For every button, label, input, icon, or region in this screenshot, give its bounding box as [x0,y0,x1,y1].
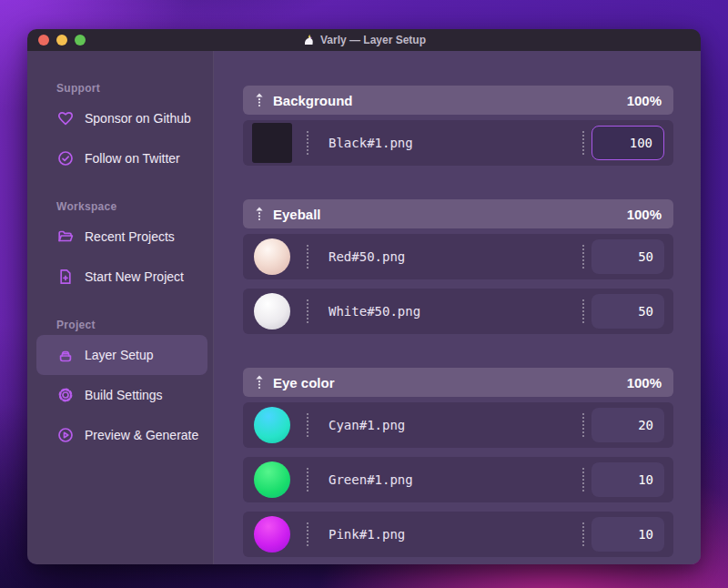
sidebar-section-workspace: Workspace [56,200,213,215]
divider [582,468,584,492]
gear-icon [56,386,75,404]
sidebar-item-label: Build Settings [85,388,163,402]
title-bar: Varly — Layer Setup [27,29,701,51]
divider [582,413,584,437]
layer-row: Black#1.png [243,120,673,166]
sidebar-item-label: Preview & Generate [85,428,198,442]
group-name: Background [273,93,353,108]
sidebar-item-recent-projects[interactable]: Recent Projects [36,217,207,257]
layer-weight-input[interactable] [592,239,664,274]
heart-icon [56,109,75,127]
layer-thumbnail-cyan [254,407,290,443]
layer-row: Cyan#1.png [243,402,673,448]
group-header: Eyeball 100% [243,199,673,228]
group-opacity: 100% [627,375,662,390]
minimize-button[interactable] [56,35,67,46]
sidebar-item-label: Recent Projects [85,229,175,244]
layer-filename: Red#50.png [329,249,582,264]
layer-thumbnail-pink [254,516,290,553]
drag-handle-icon[interactable] [255,375,264,390]
sidebar-item-preview-generate[interactable]: Preview & Generate [36,415,207,455]
layer-row: Green#1.png [243,457,673,502]
layer-weight-input[interactable] [592,294,664,329]
traffic-lights [38,35,86,46]
badge-check-icon [56,149,75,167]
sidebar-item-sponsor-on-github[interactable]: Sponsor on Github [36,98,207,138]
divider [582,245,584,269]
layers-stack-icon [56,346,75,364]
sidebar-section-support: Support [56,82,213,96]
layer-filename: Cyan#1.png [329,418,582,432]
divider [582,131,584,155]
sidebar-item-start-new-project[interactable]: Start New Project [36,257,207,297]
divider [307,131,308,155]
group-name: Eye color [273,375,335,390]
sidebar-item-follow-on-twitter[interactable]: Follow on Twitter [36,138,207,178]
layer-thumbnail-white [254,293,290,329]
divider [582,522,584,546]
zoom-button[interactable] [75,35,86,46]
sidebar-item-label: Follow on Twitter [85,151,180,166]
unicorn-icon [302,34,315,46]
folder-open-icon [56,228,75,246]
layer-filename: Pink#1.png [329,527,582,542]
sidebar-item-label: Sponsor on Github [85,111,191,126]
drag-handle-icon[interactable] [255,93,264,107]
layer-group-eyeball: Eyeball 100% Red#50.png White#50.png [243,199,673,334]
divider [307,468,308,492]
layer-group-background: Background 100% Black#1.png [243,86,673,166]
sidebar-item-build-settings[interactable]: Build Settings [36,375,207,415]
divider [307,245,308,269]
sidebar-item-label: Start New Project [85,269,184,284]
app-window: Varly — Layer Setup Support Sponsor on G… [27,29,701,564]
layer-weight-input[interactable] [592,126,664,160]
divider [307,299,308,323]
divider [582,299,584,323]
group-header: Eye color 100% [243,368,673,397]
group-opacity: 100% [627,207,662,222]
layer-weight-input[interactable] [592,408,664,442]
divider [307,522,308,546]
divider [307,413,308,437]
layer-row: Red#50.png [243,234,673,279]
sidebar-item-label: Layer Setup [85,348,154,362]
group-opacity: 100% [627,93,662,108]
layer-row: Pink#1.png [243,512,673,557]
window-title-text: Varly — Layer Setup [320,34,426,46]
layer-thumbnail-green [254,461,290,498]
drag-handle-icon[interactable] [255,207,264,221]
close-button[interactable] [38,35,49,46]
layer-filename: Green#1.png [329,472,582,487]
layer-weight-input[interactable] [592,462,664,497]
layer-filename: Black#1.png [329,136,582,150]
sidebar-item-layer-setup[interactable]: Layer Setup [36,335,207,375]
group-header: Background 100% [243,86,673,115]
layer-thumbnail-black [252,123,292,163]
file-plus-icon [56,268,75,286]
play-circle-icon [56,426,75,444]
layer-filename: White#50.png [329,304,582,319]
layer-thumbnail-red [254,238,290,275]
window-title: Varly — Layer Setup [302,34,426,46]
layer-row: White#50.png [243,289,673,334]
layer-group-eye-color: Eye color 100% Cyan#1.png Green#1.png [243,368,673,557]
sidebar-section-project: Project [56,319,213,333]
layer-setup-panel: Background 100% Black#1.png Eyeball 100% [214,51,701,564]
sidebar: Support Sponsor on Github Follow on Twit… [27,51,214,564]
layer-weight-input[interactable] [592,517,664,552]
group-name: Eyeball [273,207,321,222]
